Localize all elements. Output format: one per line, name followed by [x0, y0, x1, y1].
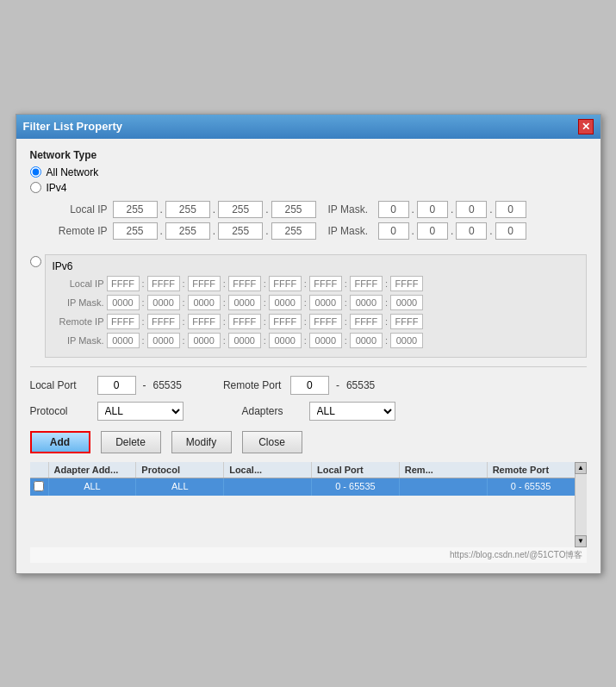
remote-port-from[interactable] [290, 376, 329, 395]
ipv4-remote-ip-1[interactable] [113, 222, 158, 240]
ipv6-rmask-6[interactable] [309, 333, 342, 348]
table-row[interactable]: ALL ALL 0 - 65535 0 - 65535 [30, 478, 575, 496]
ipv4-remote-mask-label: IP Mask. [328, 225, 373, 237]
ipv6-outer: IPv6 Local IP : : : : : : [30, 254, 587, 358]
ipv6-local-3[interactable] [188, 276, 221, 291]
ipv6-rmask-8[interactable] [390, 333, 423, 348]
th-adapter: Adapter Add... [49, 462, 137, 478]
ipv4-local-mask-1[interactable] [378, 201, 409, 218]
th-remote-port: Remote Port [488, 462, 575, 478]
scroll-up-button[interactable]: ▲ [575, 462, 587, 474]
add-button[interactable]: Add [30, 431, 90, 453]
ipv4-sep-2: . [213, 203, 215, 215]
ipv6-remote-4[interactable] [228, 314, 261, 329]
ipv4-local-mask-field: . . . [378, 201, 526, 218]
ipv6-rmask-4[interactable] [228, 333, 261, 348]
row-checkbox[interactable] [34, 481, 44, 491]
ipv6-remote-8[interactable] [390, 314, 423, 329]
ipv6-local-mask-label: IP Mask. [53, 297, 104, 308]
scrollbar[interactable]: ▲ ▼ [575, 462, 587, 547]
ipv6-rmask-5[interactable] [269, 333, 302, 348]
all-network-radio[interactable] [30, 166, 41, 178]
ipv6-lmask-2[interactable] [147, 295, 180, 310]
local-port-from[interactable] [97, 376, 136, 395]
ipv4-local-ip-4[interactable] [271, 201, 316, 218]
delete-button[interactable]: Delete [101, 431, 161, 453]
network-type-label: Network Type [30, 149, 587, 161]
ipv6-rmask-7[interactable] [350, 333, 383, 348]
ipv4-local-mask-4[interactable] [495, 201, 526, 218]
ipv4-local-mask-2[interactable] [417, 201, 448, 218]
td-protocol: ALL [136, 478, 224, 496]
scroll-down-button[interactable]: ▼ [575, 535, 587, 547]
ipv6-rmask-2[interactable] [147, 333, 180, 348]
ipv6-label-row: IPv6 [53, 260, 579, 272]
ipv4-remote-mask-field: . . . [378, 222, 526, 240]
ipv6-remote-2[interactable] [147, 314, 180, 329]
ipv4-remote-mask-2[interactable] [417, 222, 448, 240]
protocol-select[interactable]: ALL TCP UDP ICMP [97, 402, 184, 421]
window-title: Filter List Property [23, 120, 123, 133]
ipv6-remote-7[interactable] [350, 314, 383, 329]
ipv6-radio[interactable] [30, 256, 41, 267]
ipv4-local-ip-2[interactable] [165, 201, 210, 218]
ipv6-local-7[interactable] [350, 276, 383, 291]
divider [30, 366, 587, 367]
ipv4-remote-ip-4[interactable] [271, 222, 316, 240]
ipv6-remote-3[interactable] [188, 314, 221, 329]
th-protocol: Protocol [136, 462, 224, 478]
th-local-addr: Local... [224, 462, 312, 478]
ipv4-remote-ip-3[interactable] [218, 222, 263, 240]
ipv6-local-5[interactable] [269, 276, 302, 291]
ipv4-local-ip-1[interactable] [113, 201, 158, 218]
ipv6-lmask-1[interactable] [107, 295, 140, 310]
ipv6-rmask-3[interactable] [188, 333, 221, 348]
ipv6-remote-ip-row: Remote IP : : : : : : : [53, 314, 579, 329]
td-remote-addr [400, 478, 488, 496]
main-window: Filter List Property ✕ Network Type All … [16, 114, 601, 574]
ipv4-remote-mask-3[interactable] [456, 222, 487, 240]
ipv6-lmask-5[interactable] [269, 295, 302, 310]
ipv6-lmask-6[interactable] [309, 295, 342, 310]
td-excl [30, 478, 49, 496]
local-port-label: Local Port [30, 379, 90, 391]
ipv4-remote-mask-1[interactable] [378, 222, 409, 240]
ipv4-remote-ip-field: . . . [113, 222, 316, 240]
ipv4-local-mask-3[interactable] [456, 201, 487, 218]
modify-button[interactable]: Modify [171, 431, 232, 453]
ipv4-local-ip-3[interactable] [218, 201, 263, 218]
ipv6-local-1[interactable] [107, 276, 140, 291]
protocol-label: Protocol [30, 405, 90, 417]
ipv6-local-2[interactable] [147, 276, 180, 291]
ipv6-rmask-1[interactable] [107, 333, 140, 348]
ipv6-remote-mask-label: IP Mask. [53, 335, 104, 346]
table-empty-area [30, 496, 575, 547]
ipv4-radio[interactable] [30, 182, 41, 193]
ipv6-remote-5[interactable] [269, 314, 302, 329]
ipv4-remote-ip-2[interactable] [165, 222, 210, 240]
filter-table: Adapter Add... Protocol Local... Local P… [30, 462, 587, 547]
adapters-select[interactable]: ALL [309, 402, 395, 421]
close-button[interactable]: Close [242, 431, 302, 453]
ipv4-local-ip-field: . . . [113, 201, 316, 218]
ipv4-sep-1: . [160, 203, 163, 215]
protocol-row: Protocol ALL TCP UDP ICMP Adapters ALL [30, 402, 587, 421]
ipv6-remote-1[interactable] [107, 314, 140, 329]
ipv6-local-4[interactable] [228, 276, 261, 291]
ipv6-remote-6[interactable] [309, 314, 342, 329]
ipv4-remote-mask-4[interactable] [495, 222, 526, 240]
ipv6-lmask-3[interactable] [188, 295, 221, 310]
ipv6-local-8[interactable] [390, 276, 423, 291]
ipv4-label: IPv4 [47, 182, 67, 194]
ipv6-lmask-7[interactable] [350, 295, 383, 310]
ipv6-lmask-8[interactable] [390, 295, 423, 310]
ipv6-lmask-4[interactable] [228, 295, 261, 310]
ipv4-mask-sep-3: . [489, 203, 492, 215]
ipv6-remote-ip-label: Remote IP [53, 316, 104, 327]
ipv4-local-ip-label: Local IP [49, 203, 108, 215]
port-row: Local Port - 65535 Remote Port - 65535 [30, 376, 587, 395]
ipv6-local-6[interactable] [309, 276, 342, 291]
close-icon[interactable]: ✕ [578, 119, 594, 134]
ipv4-local-mask-label: IP Mask. [328, 203, 373, 215]
remote-port-label: Remote Port [223, 379, 283, 391]
